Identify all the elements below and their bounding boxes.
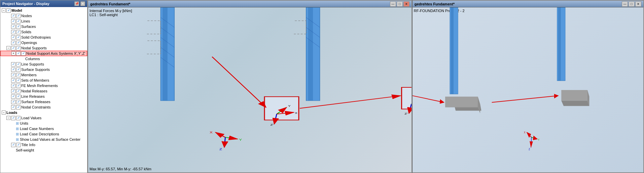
- checkbox2-nodal-releases[interactable]: [16, 89, 21, 93]
- checkbox2-load-values[interactable]: [16, 116, 21, 120]
- checkbox-load-values[interactable]: [11, 116, 15, 120]
- checkbox2-surface-supports[interactable]: [16, 68, 21, 72]
- tree-item-title-info[interactable]: Title Info: [0, 142, 87, 147]
- checkbox2-surfaces[interactable]: [16, 25, 21, 29]
- checkbox-line-supports[interactable]: [11, 62, 15, 67]
- svg-text:Z: Z: [219, 147, 222, 151]
- label-units: Units: [20, 121, 28, 125]
- svg-line-29: [225, 137, 238, 139]
- checkbox2-openings[interactable]: [16, 41, 21, 45]
- tree-item-nodal-constraints[interactable]: Nodal Constraints: [0, 104, 87, 110]
- checkbox2-fe-mesh[interactable]: [16, 84, 21, 88]
- checkbox-openings[interactable]: [11, 41, 15, 45]
- tree-item-fe-mesh[interactable]: FE Mesh Refinements: [0, 83, 87, 88]
- checkbox2-nodal-supports[interactable]: [16, 46, 21, 50]
- tree-item-nodes[interactable]: Nodes: [0, 13, 87, 18]
- checkbox-solid-ortho[interactable]: [11, 35, 15, 40]
- checkbox-fe-mesh[interactable]: [11, 84, 15, 88]
- panel-pin-button[interactable]: 📌: [74, 1, 79, 6]
- checkbox-model[interactable]: [6, 8, 11, 13]
- svg-marker-46: [561, 90, 587, 101]
- tree-item-solid-ortho[interactable]: Solid Orthotropies: [0, 35, 87, 40]
- svg-text:Y: Y: [288, 104, 291, 107]
- checkbox-line-releases[interactable]: [11, 94, 15, 99]
- tree-item-surface-supports[interactable]: Surface Supports: [0, 67, 87, 72]
- checkbox2-nodes[interactable]: [16, 14, 21, 18]
- tree-item-nodal-support-axis[interactable]: + Nodal Support Axis Systems X',Y',Z': [0, 51, 87, 56]
- tree-item-load-case-desc[interactable]: ⊞ Load Case Descriptions: [0, 131, 87, 137]
- tree-item-members[interactable]: Members: [0, 72, 87, 78]
- tree-item-self-weight[interactable]: Self-weight: [0, 147, 87, 153]
- expander-nodal-supports[interactable]: −: [6, 46, 10, 50]
- checkbox-nodes[interactable]: [11, 14, 15, 18]
- tree-item-line-releases[interactable]: Line Releases: [0, 94, 87, 99]
- tree-item-nodal-releases[interactable]: Nodal Releases: [0, 88, 87, 94]
- viewport-right-max-btn[interactable]: □: [629, 1, 635, 7]
- checkbox-nodal-constraints[interactable]: [11, 105, 15, 110]
- svg-marker-42: [478, 97, 480, 114]
- viewport-left-close-btn[interactable]: ✕: [403, 1, 409, 7]
- checkbox-title-info[interactable]: [11, 143, 15, 147]
- expander-nodal-support-axis[interactable]: +: [11, 51, 15, 55]
- tree-item-sets-of-members[interactable]: Sets of Members: [0, 78, 87, 83]
- checkbox-surfaces[interactable]: [11, 25, 15, 29]
- checkbox2-surface-releases[interactable]: [16, 100, 21, 104]
- checkbox2-solids[interactable]: [16, 30, 21, 34]
- viewport-right-min-btn[interactable]: —: [622, 1, 628, 7]
- checkbox2-line-supports[interactable]: [16, 62, 21, 67]
- tree-item-line-supports[interactable]: Line Supports: [0, 61, 87, 67]
- tree-item-units[interactable]: ⊞ Units: [0, 121, 87, 126]
- expander-load-values[interactable]: −: [6, 116, 10, 120]
- tree-item-load-case-numbers[interactable]: ⊞ Load Case Numbers: [0, 126, 87, 131]
- tree-item-model[interactable]: − Model: [0, 8, 87, 13]
- checkbox-surface-supports[interactable]: [11, 68, 15, 72]
- checkbox2-line-releases[interactable]: [16, 94, 21, 99]
- svg-text:Z': Z': [404, 112, 407, 115]
- expander-model[interactable]: −: [2, 8, 6, 12]
- label-line-releases: Line Releases: [21, 94, 45, 98]
- checkbox-nodal-supports[interactable]: [11, 46, 15, 50]
- tree-item-surfaces[interactable]: Surfaces: [0, 24, 87, 29]
- checkbox2-lines[interactable]: [16, 19, 21, 24]
- tree-item-openings[interactable]: Openings: [0, 40, 87, 45]
- svg-text:Y: Y: [538, 138, 539, 141]
- expander-loads[interactable]: −: [2, 111, 6, 115]
- checkbox-solids[interactable]: [11, 30, 15, 34]
- checkbox2-members[interactable]: [16, 73, 21, 77]
- viewport-left-min-btn[interactable]: —: [390, 1, 396, 7]
- svg-rect-44: [558, 7, 561, 81]
- checkbox2-solid-ortho[interactable]: [16, 35, 21, 40]
- label-columns: Columns: [25, 57, 40, 61]
- label-solid-ortho: Solid Orthotropies: [21, 35, 51, 39]
- viewport-left-max-btn[interactable]: □: [397, 1, 403, 7]
- tree-item-surface-releases[interactable]: Surface Releases: [0, 99, 87, 104]
- checkbox-sets-of-members[interactable]: [11, 78, 15, 83]
- viewport-right-close-btn[interactable]: ✕: [635, 1, 641, 7]
- label-sets-of-members: Sets of Members: [21, 78, 49, 82]
- checkbox-members[interactable]: [11, 73, 15, 77]
- checkbox-nodal-support-axis[interactable]: [16, 51, 21, 56]
- tree-item-lines[interactable]: Lines: [0, 18, 87, 24]
- tree-item-loads[interactable]: − Loads: [0, 110, 87, 115]
- checkbox2-sets-of-members[interactable]: [16, 78, 21, 83]
- tree-item-columns[interactable]: Columns: [0, 56, 87, 61]
- checkbox2-title-info[interactable]: [16, 143, 21, 147]
- label-solids: Solids: [21, 30, 31, 34]
- label-surfaces: Surfaces: [21, 25, 36, 29]
- label-line-supports: Line Supports: [21, 62, 44, 66]
- viewport-left-title: gedrehtes Fundament*: [90, 2, 130, 6]
- checkbox-nodal-releases[interactable]: [11, 89, 15, 93]
- tree-item-solids[interactable]: Solids: [0, 29, 87, 35]
- tree-item-load-values[interactable]: − Load Values: [0, 115, 87, 121]
- panel-close-button[interactable]: ×: [80, 1, 85, 6]
- units-icon: ⊞: [16, 121, 19, 126]
- tree-item-show-load-values[interactable]: ⊞ Show Load Values at Surface Center: [0, 137, 87, 142]
- checkbox2-nodal-support-axis[interactable]: [21, 51, 26, 56]
- svg-rect-38: [451, 7, 453, 94]
- checkbox-surface-releases[interactable]: [11, 100, 15, 104]
- label-nodal-supports: Nodal Supports: [21, 46, 47, 50]
- svg-line-34: [212, 57, 266, 107]
- checkbox-lines[interactable]: [11, 19, 15, 24]
- checkbox2-nodal-constraints[interactable]: [16, 105, 21, 110]
- tree-item-nodal-supports[interactable]: − Nodal Supports: [0, 45, 87, 51]
